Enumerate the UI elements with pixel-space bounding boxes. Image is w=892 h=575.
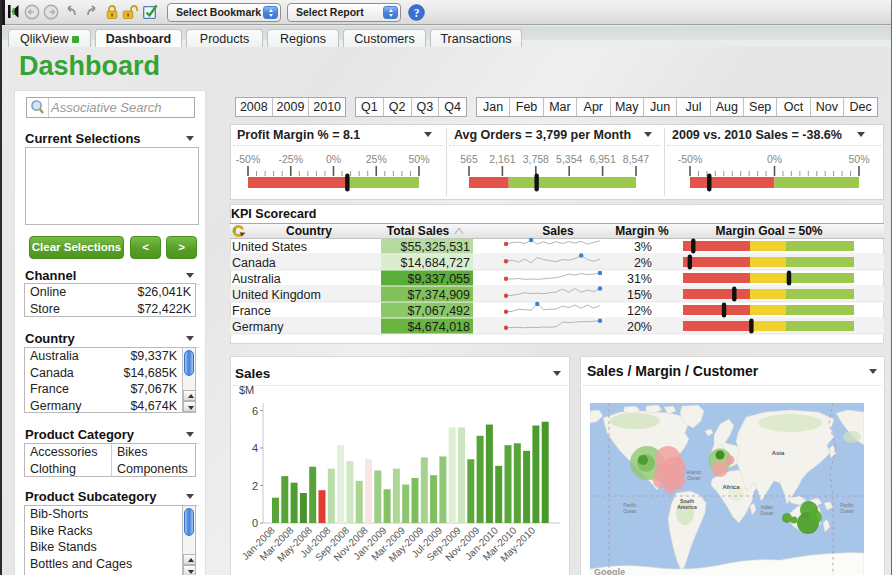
- svg-text:Margin Goal = 50%: Margin Goal = 50%: [715, 224, 822, 238]
- svg-text:Ocean: Ocean: [760, 511, 774, 516]
- svg-text:-50%: -50%: [236, 153, 261, 165]
- svg-text:$7,374,909: $7,374,909: [407, 288, 470, 302]
- svg-text:Pacific: Pacific: [623, 503, 637, 508]
- svg-text:Indian: Indian: [761, 505, 774, 510]
- svg-text:0: 0: [252, 517, 258, 529]
- svg-text:Margin %: Margin %: [615, 224, 669, 238]
- svg-text:4: 4: [252, 442, 258, 454]
- svg-text:Sales: Sales: [542, 224, 574, 238]
- svg-text:20%: 20%: [627, 320, 652, 334]
- svg-text:Canada: Canada: [232, 256, 276, 270]
- svg-text:Africa: Africa: [722, 484, 740, 490]
- svg-text:United Kingdom: United Kingdom: [232, 288, 321, 302]
- svg-text:2,161: 2,161: [489, 153, 515, 165]
- svg-text:8,547: 8,547: [623, 153, 649, 165]
- svg-text:United States: United States: [232, 240, 307, 254]
- svg-text:America: America: [677, 504, 697, 510]
- svg-text:2: 2: [252, 480, 258, 492]
- svg-text:Pacific: Pacific: [840, 503, 854, 508]
- svg-text:3%: 3%: [634, 240, 652, 254]
- svg-text:Germany: Germany: [232, 320, 284, 334]
- svg-text:31%: 31%: [627, 272, 652, 286]
- svg-text:15%: 15%: [627, 288, 652, 302]
- svg-text:Ocean: Ocean: [687, 476, 701, 481]
- svg-text:$7,067,492: $7,067,492: [407, 304, 470, 318]
- svg-text:-50%: -50%: [678, 153, 703, 165]
- svg-text:565: 565: [460, 153, 478, 165]
- svg-text:$14,684,727: $14,684,727: [400, 256, 470, 270]
- svg-text:3,758: 3,758: [523, 153, 549, 165]
- svg-text:$9,337,055: $9,337,055: [407, 272, 470, 286]
- svg-text:12%: 12%: [627, 304, 652, 318]
- svg-text:?: ?: [414, 6, 420, 18]
- svg-text:Ocean: Ocean: [840, 509, 854, 514]
- svg-text:6: 6: [252, 405, 258, 417]
- svg-text:-25%: -25%: [278, 153, 303, 165]
- svg-text:5,354: 5,354: [556, 153, 582, 165]
- svg-text:$55,325,531: $55,325,531: [400, 240, 470, 254]
- svg-text:Country: Country: [286, 224, 332, 238]
- svg-text:50%: 50%: [848, 153, 869, 165]
- svg-text:0%: 0%: [767, 153, 782, 165]
- svg-text:Australia: Australia: [232, 272, 281, 286]
- svg-text:2%: 2%: [634, 256, 652, 270]
- svg-text:France: France: [232, 304, 271, 318]
- svg-text:Asia: Asia: [772, 450, 785, 456]
- svg-text:0%: 0%: [326, 153, 341, 165]
- svg-text:Ocean: Ocean: [623, 509, 637, 514]
- svg-text:Total Sales: Total Sales: [387, 224, 450, 238]
- svg-text:50%: 50%: [408, 153, 429, 165]
- svg-text:Atlantic: Atlantic: [687, 470, 703, 475]
- svg-text:$4,674,018: $4,674,018: [407, 320, 470, 334]
- svg-text:Google: Google: [594, 567, 625, 575]
- svg-text:25%: 25%: [366, 153, 387, 165]
- svg-text:6,951: 6,951: [589, 153, 615, 165]
